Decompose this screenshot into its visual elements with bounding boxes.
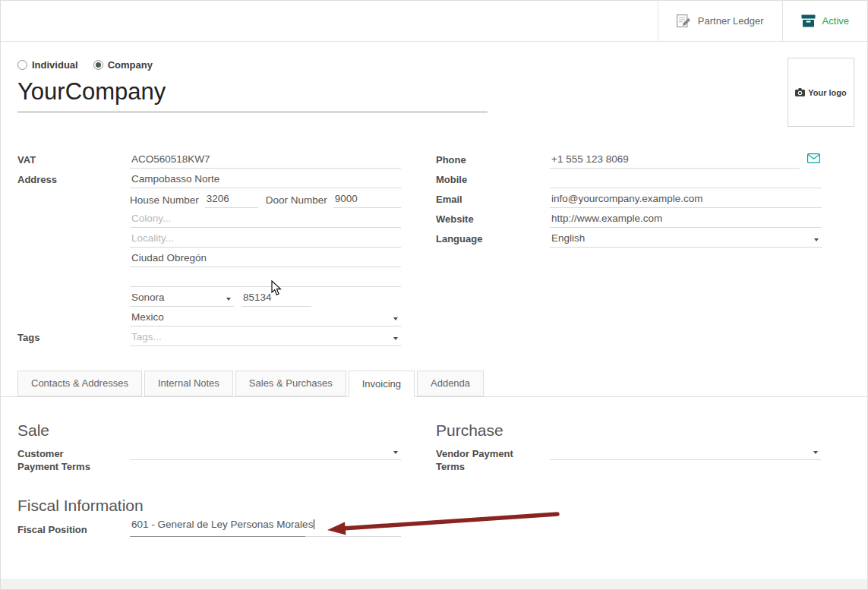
email-input[interactable]: info@yourcompany.example.com	[550, 193, 822, 208]
company-name-input[interactable]: YourCompany	[17, 78, 488, 112]
city-select-row	[17, 267, 401, 287]
fiscal-information-heading: Fiscal Information	[17, 497, 144, 515]
language-label: Language	[436, 233, 550, 248]
vat-label: VAT	[17, 154, 130, 169]
colony-input[interactable]: Colony...	[130, 213, 401, 228]
tab-invoicing[interactable]: Invoicing	[349, 371, 415, 397]
city-row: Ciudad Obregón	[17, 248, 401, 267]
company-type-radio-group: Individual Company	[17, 59, 153, 71]
locality-placeholder: Locality...	[131, 232, 174, 244]
street-row: Address Campobasso Norte	[17, 169, 401, 188]
vendor-payment-terms-select[interactable]	[550, 443, 821, 460]
mobile-label: Mobile	[436, 174, 550, 188]
vat-row: VAT ACO560518KW7	[17, 149, 401, 169]
tags-row: Tags Tags...	[17, 327, 401, 346]
house-door-row: House Number 3206 Door Number 9000	[17, 188, 401, 208]
website-label: Website	[436, 213, 550, 228]
individual-radio[interactable]: Individual	[17, 59, 78, 71]
phone-row: Phone +1 555 123 8069	[436, 149, 822, 169]
email-label: Email	[436, 194, 550, 208]
zip-input[interactable]: 85134	[241, 292, 311, 307]
street-input[interactable]: Campobasso Norte	[130, 173, 401, 188]
customer-payment-terms-select[interactable]	[130, 443, 401, 460]
language-row: Language English	[436, 228, 822, 248]
company-logo-uploader[interactable]: Your logo	[788, 58, 854, 127]
fiscal-position-input[interactable]: 601 - General de Ley Personas Morales	[130, 519, 401, 537]
tags-placeholder: Tags...	[131, 331, 162, 342]
tags-select[interactable]: Tags...	[130, 331, 401, 346]
partner-ledger-label: Partner Ledger	[698, 15, 764, 27]
archive-box-icon	[801, 14, 816, 27]
tab-contacts-addresses[interactable]: Contacts & Addresses	[17, 371, 142, 396]
radio-unchecked-icon	[17, 60, 27, 70]
company-radio[interactable]: Company	[93, 59, 153, 71]
sale-heading: Sale	[17, 421, 49, 440]
company-radio-label: Company	[108, 59, 153, 71]
logo-label: Your logo	[808, 88, 847, 97]
locality-input[interactable]: Locality...	[130, 232, 401, 248]
country-row: Mexico	[17, 307, 401, 327]
sms-envelope-icon[interactable]	[807, 153, 820, 166]
locality-row: Locality...	[17, 228, 401, 248]
door-number-input[interactable]: 9000	[333, 193, 401, 208]
camera-icon	[795, 88, 805, 96]
city-select[interactable]	[130, 284, 401, 287]
active-label: Active	[822, 15, 849, 27]
email-row: Email info@yourcompany.example.com	[436, 188, 822, 208]
state-zip-row: Sonora 85134	[17, 287, 401, 307]
website-row: Website http://www.example.com	[436, 208, 822, 228]
notebook-tabs: Contacts & Addresses Internal Notes Sale…	[17, 371, 486, 397]
edit-document-icon	[677, 14, 691, 27]
house-number-input[interactable]: 3206	[205, 193, 258, 208]
vat-input[interactable]: ACO560518KW7	[130, 153, 401, 169]
house-number-label: House Number	[130, 194, 199, 208]
website-input[interactable]: http://www.example.com	[550, 213, 822, 228]
partner-form-page: Partner Ledger Active Individual Company…	[0, 0, 868, 590]
customer-payment-terms-label: Customer Payment Terms	[17, 447, 107, 473]
door-number-label: Door Number	[266, 194, 327, 208]
colony-row: Colony...	[17, 208, 401, 228]
city-input[interactable]: Ciudad Obregón	[130, 252, 401, 267]
left-field-column: VAT ACO560518KW7 Address Campobasso Nort…	[17, 149, 401, 346]
mobile-input[interactable]	[550, 185, 822, 188]
fiscal-position-focus-underline	[130, 536, 305, 537]
address-label: Address	[17, 174, 130, 188]
tab-addenda[interactable]: Addenda	[417, 371, 484, 396]
purchase-heading: Purchase	[436, 421, 503, 440]
text-cursor	[314, 519, 314, 529]
phone-input[interactable]: +1 555 123 8069	[550, 153, 800, 169]
tab-sales-purchases[interactable]: Sales & Purchases	[235, 371, 346, 396]
fiscal-position-label: Fiscal Position	[17, 523, 130, 536]
country-select[interactable]: Mexico	[130, 311, 401, 327]
state-select[interactable]: Sonora	[130, 292, 234, 307]
language-select[interactable]: English	[550, 232, 822, 248]
fiscal-position-value: 601 - General de Ley Personas Morales	[131, 519, 313, 530]
radio-checked-icon	[93, 60, 103, 70]
colony-placeholder: Colony...	[131, 213, 171, 224]
footer-strip	[1, 579, 867, 589]
right-field-column: Phone +1 555 123 8069 Mobile Email info@…	[436, 149, 822, 248]
active-toggle-button[interactable]: Active	[782, 1, 867, 41]
tags-label: Tags	[17, 332, 130, 346]
individual-radio-label: Individual	[32, 59, 78, 71]
mobile-row: Mobile	[436, 169, 822, 188]
vendor-payment-terms-label: Vendor Payment Terms	[436, 447, 526, 473]
phone-label: Phone	[436, 154, 550, 169]
partner-ledger-button[interactable]: Partner Ledger	[658, 1, 782, 41]
tab-internal-notes[interactable]: Internal Notes	[144, 371, 233, 396]
top-toolbar: Partner Ledger Active	[1, 1, 867, 42]
